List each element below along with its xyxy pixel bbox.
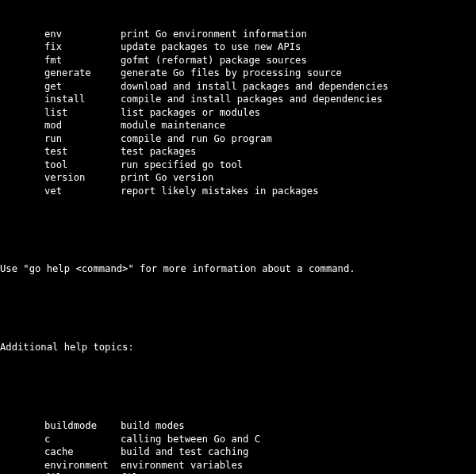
command-row: toolrun specified go tool bbox=[0, 159, 476, 171]
topic-row: cachebuild and test caching bbox=[0, 445, 476, 458]
command-name: fmt bbox=[44, 54, 121, 67]
command-name: vet bbox=[44, 185, 121, 197]
command-name: test bbox=[44, 145, 121, 158]
command-name: generate bbox=[44, 67, 121, 79]
topic-row: buildmodebuild modes bbox=[0, 419, 476, 432]
command-row: fixupdate packages to use new APIs bbox=[0, 40, 476, 53]
blank-line bbox=[0, 224, 476, 237]
topic-name: c bbox=[44, 433, 121, 445]
command-row: versionprint Go version bbox=[0, 171, 476, 184]
command-list: envprint Go environment informationfixup… bbox=[0, 28, 476, 197]
topic-desc: environment variables bbox=[121, 460, 243, 471]
command-desc: module maintenance bbox=[121, 120, 225, 131]
command-name: install bbox=[44, 93, 121, 105]
topic-desc: build modes bbox=[121, 420, 185, 431]
command-desc: run specified go tool bbox=[121, 159, 243, 170]
command-row: testtest packages bbox=[0, 145, 476, 158]
command-desc: download and install packages and depend… bbox=[121, 81, 389, 92]
command-desc: print Go environment information bbox=[121, 29, 307, 40]
command-row: runcompile and run Go program bbox=[0, 132, 476, 145]
command-row: installcompile and install packages and … bbox=[0, 93, 476, 105]
command-row: getdownload and install packages and dep… bbox=[0, 80, 476, 93]
command-row: vetreport likely mistakes in packages bbox=[0, 185, 476, 197]
command-desc: report likely mistakes in packages bbox=[121, 185, 318, 197]
command-desc: print Go version bbox=[121, 172, 213, 183]
command-help-hint: Use "go help <command>" for more informa… bbox=[0, 262, 476, 275]
command-name: tool bbox=[44, 159, 121, 171]
topic-name: cache bbox=[44, 445, 121, 458]
command-name: version bbox=[44, 171, 121, 184]
command-row: fmtgofmt (reformat) package sources bbox=[0, 54, 476, 67]
command-desc: gofmt (reformat) package sources bbox=[121, 55, 307, 66]
command-desc: generate Go files by processing source bbox=[121, 67, 342, 78]
blank-line bbox=[0, 380, 476, 394]
command-desc: update packages to use new APIs bbox=[121, 41, 301, 52]
topic-row: ccalling between Go and C bbox=[0, 433, 476, 445]
topic-name: environment bbox=[44, 459, 121, 472]
command-name: env bbox=[44, 28, 121, 40]
command-name: get bbox=[44, 80, 121, 93]
topic-row: environmentenvironment variables bbox=[0, 459, 476, 472]
topic-desc: calling between Go and C bbox=[121, 434, 260, 445]
command-desc: compile and run Go program bbox=[121, 133, 272, 144]
command-row: generategenerate Go files by processing … bbox=[0, 67, 476, 79]
command-name: mod bbox=[44, 119, 121, 132]
command-row: envprint Go environment information bbox=[0, 28, 476, 40]
topic-list: buildmodebuild modesccalling between Go … bbox=[0, 419, 476, 474]
blank-line bbox=[0, 302, 476, 315]
command-name: list bbox=[44, 106, 121, 119]
command-row: listlist packages or modules bbox=[0, 106, 476, 119]
topics-header: Additional help topics: bbox=[0, 341, 476, 354]
command-desc: list packages or modules bbox=[121, 107, 260, 118]
command-row: modmodule maintenance bbox=[0, 119, 476, 132]
topic-desc: build and test caching bbox=[121, 446, 248, 457]
topic-name: buildmode bbox=[44, 419, 121, 432]
command-name: run bbox=[44, 132, 121, 145]
terminal[interactable]: envprint Go environment informationfixup… bbox=[0, 0, 476, 474]
command-desc: test packages bbox=[121, 146, 196, 157]
command-name: fix bbox=[44, 40, 121, 53]
command-desc: compile and install packages and depende… bbox=[121, 94, 382, 105]
